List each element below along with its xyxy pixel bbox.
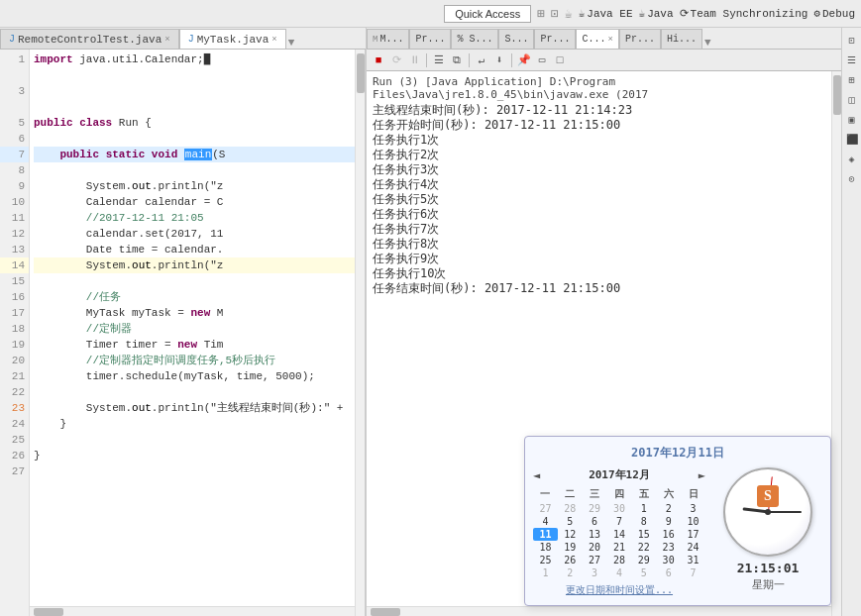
rerun-button[interactable]: ⟳	[388, 52, 404, 68]
rtab-overflow[interactable]: ▼	[704, 37, 711, 49]
java-ee-label[interactable]: ☕ Java EE	[579, 7, 633, 20]
tab-mytask[interactable]: J MyTask.java ×	[179, 29, 286, 49]
right-icon-6[interactable]: ⬛	[843, 131, 861, 149]
cal-day[interactable]: 14	[607, 528, 632, 541]
cal-day[interactable]: 27	[583, 554, 607, 566]
cal-day[interactable]: 25	[533, 554, 558, 566]
cal-day[interactable]: 10	[681, 515, 705, 528]
cal-day[interactable]: 8	[631, 515, 656, 528]
clear-button[interactable]: ☰	[431, 52, 447, 68]
console-line-6: 任务执行5次	[373, 192, 835, 207]
console-hscroll-thumb	[371, 608, 400, 616]
cal-day[interactable]: 17	[681, 528, 705, 541]
minimize-button[interactable]: ▭	[534, 52, 550, 68]
cal-day[interactable]: 24	[681, 541, 705, 554]
code-content[interactable]: import java.util.Calendar;█ public class…	[30, 50, 365, 616]
right-icon-5[interactable]: ▣	[843, 111, 861, 129]
editor-vscrollbar[interactable]	[355, 50, 365, 616]
copy-button[interactable]: ⧉	[449, 52, 465, 68]
console-hscrollbar[interactable]	[367, 606, 831, 616]
cal-day[interactable]: 29	[583, 502, 607, 515]
scroll-lock-button[interactable]: ⬇	[491, 52, 507, 68]
calendar-month-title: 2017年12月	[589, 467, 650, 482]
cal-day[interactable]: 21	[607, 541, 632, 554]
cal-day[interactable]: 12	[558, 528, 583, 541]
console-line-8: 任务执行7次	[373, 222, 835, 237]
cal-day[interactable]: 1	[533, 566, 558, 579]
cal-day[interactable]: 16	[656, 528, 681, 541]
cal-day[interactable]: 7	[681, 566, 705, 579]
team-sync-label[interactable]: ⟳ Team Synchronizing	[680, 7, 808, 20]
cal-day[interactable]: 29	[631, 554, 656, 566]
pin-button[interactable]: 📌	[516, 52, 532, 68]
tab-close-mytask[interactable]: ×	[271, 35, 276, 45]
cal-day[interactable]: 2	[656, 502, 681, 515]
console-vscrollbar[interactable]	[831, 71, 841, 616]
tab-overflow-icon[interactable]: ▼	[288, 37, 295, 49]
rtab-s2[interactable]: S...	[498, 29, 534, 49]
tab-close-remote[interactable]: ×	[164, 35, 169, 45]
toolbar-sep1	[426, 53, 427, 67]
rtab-pr3[interactable]: Pr...	[619, 29, 661, 49]
maximize-button[interactable]: □	[552, 52, 568, 68]
cal-day-today[interactable]: 11	[533, 528, 558, 541]
pause-button[interactable]: ⏸	[406, 52, 422, 68]
right-icon-2[interactable]: ☰	[843, 51, 861, 69]
cal-week-1: 27 28 29 30 1 2 3	[533, 502, 705, 515]
clock-face: S	[723, 467, 812, 557]
cal-day[interactable]: 31	[681, 554, 705, 566]
toolbar-icon2[interactable]: ⊡	[551, 6, 559, 22]
stop-button[interactable]: ■	[371, 52, 386, 68]
wrap-button[interactable]: ↵	[474, 52, 489, 68]
java-label[interactable]: ☕ Java	[639, 7, 674, 20]
cal-day[interactable]: 26	[558, 554, 583, 566]
cal-day[interactable]: 20	[583, 541, 607, 554]
cal-day[interactable]: 23	[656, 541, 681, 554]
right-icon-7[interactable]: ◈	[843, 151, 861, 168]
rtab-m[interactable]: M M...	[367, 29, 409, 49]
cal-day[interactable]: 5	[631, 566, 656, 579]
cal-day[interactable]: 6	[583, 515, 607, 528]
cal-day[interactable]: 30	[656, 554, 681, 566]
cal-day[interactable]: 9	[656, 515, 681, 528]
rtab-c-close[interactable]: ×	[608, 35, 613, 45]
toolbar-sep3	[511, 53, 512, 67]
cal-day[interactable]: 13	[583, 528, 607, 541]
cal-day[interactable]: 2	[558, 566, 583, 579]
right-icon-4[interactable]: ◫	[843, 91, 861, 109]
quick-access-button[interactable]: Quick Access	[444, 5, 531, 23]
cal-day[interactable]: 5	[558, 515, 583, 528]
cal-day[interactable]: 7	[607, 515, 632, 528]
java-ee-icon: ☕	[579, 7, 586, 20]
rtab-c[interactable]: C... ×	[576, 29, 618, 49]
debug-label[interactable]: ⚙ Debug	[813, 7, 855, 20]
cal-day[interactable]: 19	[558, 541, 583, 554]
toolbar-icon3[interactable]: ☕	[565, 6, 573, 22]
right-icon-3[interactable]: ⊞	[843, 71, 861, 89]
rtab-s1[interactable]: % S...	[451, 29, 498, 49]
rtab-pr1[interactable]: Pr...	[409, 29, 451, 49]
cal-day[interactable]: 15	[631, 528, 656, 541]
calendar-settings-link[interactable]: 更改日期和时间设置...	[533, 583, 705, 597]
cal-day[interactable]: 18	[533, 541, 558, 554]
tab-remote-control[interactable]: J RemoteControlTest.java ×	[0, 29, 179, 49]
right-icon-1[interactable]: ⊡	[843, 32, 861, 50]
editor-hscrollbar[interactable]	[30, 606, 355, 616]
cal-day[interactable]: 6	[656, 566, 681, 579]
rtab-hi[interactable]: Hi...	[661, 29, 702, 49]
cal-day[interactable]: 4	[533, 515, 558, 528]
cal-day[interactable]: 4	[607, 566, 632, 579]
cal-prev-button[interactable]: ◄	[533, 468, 540, 482]
cal-day[interactable]: 27	[533, 502, 558, 515]
cal-day[interactable]: 3	[583, 566, 607, 579]
toolbar-icon1[interactable]: ⊞	[537, 6, 545, 22]
right-icon-8[interactable]: ⊙	[843, 170, 861, 188]
cal-next-button[interactable]: ►	[699, 468, 705, 482]
cal-day[interactable]: 28	[607, 554, 632, 566]
cal-day[interactable]: 22	[631, 541, 656, 554]
cal-day[interactable]: 30	[607, 502, 632, 515]
cal-day[interactable]: 3	[681, 502, 705, 515]
rtab-pr2[interactable]: Pr...	[534, 29, 576, 49]
cal-day[interactable]: 1	[631, 502, 656, 515]
cal-day[interactable]: 28	[558, 502, 583, 515]
